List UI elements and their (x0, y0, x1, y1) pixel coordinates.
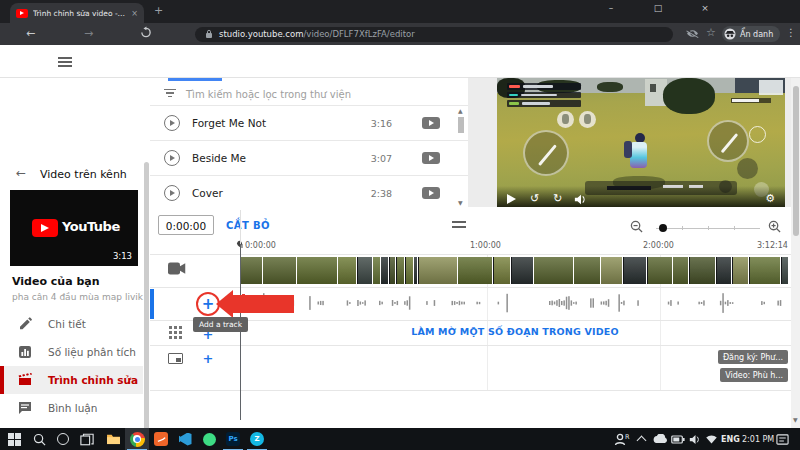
hamburger-menu-icon[interactable] (58, 57, 72, 67)
timeline-options-icon[interactable] (452, 221, 466, 231)
library-track-row[interactable]: Forget Me Not 3:16 (150, 105, 468, 140)
endscreen-chip[interactable]: Video: Phù h... (720, 368, 788, 382)
track-title: Beside Me (192, 152, 246, 164)
player-controls: ↺ ↻ ⚙ (497, 186, 785, 208)
scroll-up-icon[interactable]: ▲ (458, 107, 463, 114)
current-time-box[interactable]: 0:00:00 (158, 215, 214, 235)
taskbar-search-button[interactable] (27, 428, 51, 450)
ruler-label: 2:00:00 (643, 241, 674, 250)
annotation-arrow-icon (232, 295, 294, 313)
library-scroll-thumb[interactable] (458, 117, 464, 133)
zoom-slider[interactable] (656, 228, 760, 229)
browser-tab[interactable]: Trình chỉnh sửa video - YouTube × (10, 3, 144, 23)
play-circle-icon[interactable] (164, 115, 180, 131)
youtube-play-badge-icon[interactable] (422, 117, 440, 129)
game-teammate-icon (557, 111, 574, 128)
taskbar: Ps Z R ENG 2:01 PM (0, 428, 800, 450)
sidebar-item-details[interactable]: Chi tiết (0, 310, 143, 338)
language-indicator[interactable]: ENG (721, 428, 740, 450)
video-thumbnail[interactable]: YouTube 3:13 (10, 190, 138, 266)
play-circle-icon[interactable] (164, 185, 180, 201)
library-scrollbar[interactable]: ▲ ▼ (456, 107, 466, 207)
android-studio-button[interactable] (197, 428, 221, 450)
network-tray-icon[interactable] (705, 428, 718, 450)
game-tree-decor (597, 82, 623, 92)
sidebar-item-label: Trình chỉnh sửa (48, 374, 138, 386)
youtube-play-badge-icon[interactable] (422, 152, 440, 164)
comment-icon (18, 401, 32, 415)
row-divider (150, 390, 792, 391)
filmstrip[interactable] (241, 257, 789, 284)
sidebar-item-comments[interactable]: Bình luận (0, 394, 143, 422)
action-center-icon (776, 433, 789, 446)
window-minimize-button[interactable]: – (604, 3, 618, 13)
url-path: /video/DFLF7XfLzFA/editor (303, 29, 414, 39)
sidebar-item-analytics[interactable]: Số liệu phân tích (0, 338, 143, 366)
sidebar-item-editor[interactable]: Trình chỉnh sửa (0, 366, 143, 394)
android-icon (203, 433, 216, 446)
endscreen-chip[interactable]: Đăng ký: Phư... (718, 350, 788, 364)
scroll-down-icon[interactable]: ▼ (458, 199, 463, 206)
forward-button[interactable]: → (84, 27, 93, 40)
scroll-down-icon[interactable]: ▼ (793, 416, 798, 423)
window-close-button[interactable]: × (698, 3, 712, 13)
endscreen-track-icon (168, 353, 183, 364)
photoshop-taskbar-button[interactable]: Ps (221, 428, 245, 450)
playhead-line[interactable] (240, 244, 241, 420)
vscode-taskbar-button[interactable] (173, 428, 197, 450)
incognito-badge[interactable]: Ẩn danh (722, 26, 780, 42)
rewind-button[interactable]: ↺ (530, 193, 539, 205)
incognito-spy-icon (724, 28, 736, 40)
chrome-taskbar-button[interactable] (125, 428, 149, 450)
player-settings-button[interactable]: ⚙ (765, 193, 775, 205)
file-explorer-button[interactable] (101, 428, 125, 450)
play-button[interactable] (507, 194, 516, 204)
people-tray-button[interactable]: R (614, 428, 630, 450)
action-center-button[interactable] (776, 428, 789, 450)
volume-tray-icon[interactable] (689, 428, 702, 450)
game-joystick-left-decor (523, 130, 569, 176)
youtube-play-badge-icon[interactable] (422, 187, 440, 199)
library-track-row[interactable]: Cover 2:38 (150, 175, 468, 210)
forward-button[interactable]: ↻ (553, 193, 562, 205)
game-bush-decor (663, 78, 715, 114)
zoom-slider-thumb[interactable] (659, 224, 667, 232)
game-healthbar-fill-decor (732, 99, 759, 102)
page-scroll-thumb[interactable] (793, 86, 799, 236)
tab-close-icon[interactable]: × (131, 9, 138, 18)
browser-menu-icon[interactable]: ⋮ (786, 27, 796, 38)
address-bar[interactable]: studio.youtube.com /video/DFLF7XfLzFA/ed… (195, 27, 673, 42)
task-view-button[interactable] (75, 428, 99, 450)
track-duration: 3:16 (371, 118, 392, 129)
row-divider (150, 287, 792, 288)
video-preview[interactable]: ↺ ↻ ⚙ (497, 78, 785, 208)
bookmark-star-icon[interactable]: ☆ (706, 26, 716, 39)
cortana-button[interactable] (51, 428, 75, 450)
back-arrow-icon[interactable]: ← (16, 166, 26, 180)
clock[interactable]: 2:01 PM (742, 428, 774, 450)
play-circle-icon[interactable] (164, 150, 180, 166)
messenger-app-button[interactable]: Z (245, 428, 269, 450)
start-button[interactable] (2, 428, 26, 450)
onedrive-tray-icon[interactable] (652, 428, 668, 450)
app-button-orange[interactable] (149, 428, 173, 450)
library-track-row[interactable]: Beside Me 3:07 (150, 140, 468, 175)
battery-tray-icon[interactable] (671, 428, 685, 450)
eye-off-icon[interactable] (686, 28, 699, 39)
window-maximize-button[interactable]: □ (651, 3, 665, 13)
game-joystick-right-decor (707, 120, 749, 162)
sidebar-scrollbar[interactable] (144, 162, 149, 450)
library-filter-input[interactable]: Tìm kiếm hoặc lọc trong thư viện (150, 83, 468, 105)
back-button[interactable]: ← (26, 27, 35, 40)
new-tab-button[interactable]: + (154, 4, 163, 17)
trim-button[interactable]: CẮT BỎ (226, 220, 270, 231)
annotation-arrow-icon (216, 290, 233, 318)
hidden-icons-button[interactable] (638, 428, 645, 450)
volume-button[interactable] (574, 194, 588, 205)
reload-button[interactable] (140, 26, 152, 39)
blur-sections-link[interactable]: LÀM MỜ MỘT SỐ ĐOẠN TRONG VIDEO (241, 326, 789, 337)
zoom-out-icon[interactable] (630, 220, 643, 233)
add-endscreen-button[interactable]: + (200, 351, 216, 367)
page-scrollbar[interactable]: ▼ (791, 78, 800, 428)
zoom-in-icon[interactable] (768, 220, 781, 233)
